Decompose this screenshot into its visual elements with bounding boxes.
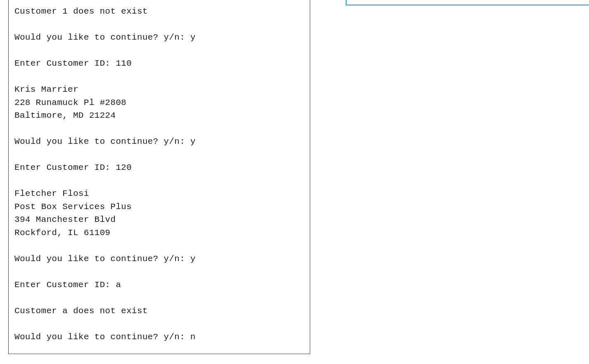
- selection-box: [346, 0, 589, 5]
- console-output: Customer 1 does not exist Would you like…: [8, 0, 310, 354]
